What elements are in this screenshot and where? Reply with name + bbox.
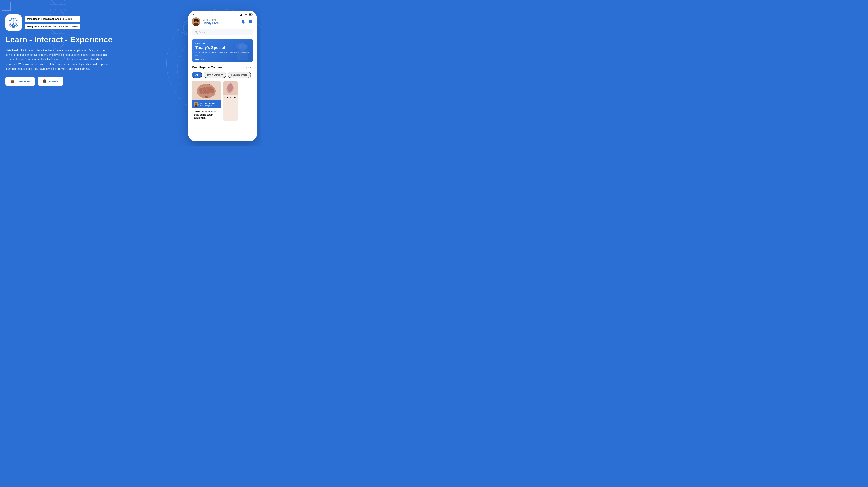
greeting-text: Good Morning (203, 19, 219, 21)
header-action-icons (241, 19, 253, 24)
status-time: 9:41 (192, 13, 197, 16)
course-author-name-1: Dr. Alicia Souza (200, 103, 215, 105)
course-author-avatar-1 (193, 102, 199, 107)
svg-rect-44 (205, 96, 208, 98)
no-ads-button[interactable]: 📵 No-Ads (38, 77, 63, 86)
svg-point-11 (64, 9, 66, 11)
svg-rect-21 (243, 13, 243, 16)
no-video-icon: 📵 (43, 79, 47, 83)
svg-point-46 (195, 103, 197, 105)
svg-point-32 (197, 20, 199, 23)
filter-icon[interactable] (247, 31, 250, 34)
course-card-1[interactable]: Dr. Alicia Souza Heart Surgeon Lorem ips… (192, 81, 221, 121)
svg-rect-25 (252, 14, 252, 15)
svg-rect-20 (242, 14, 242, 16)
course-description-2: Lor em ips (223, 95, 238, 100)
course-image-1 (192, 81, 221, 101)
phone-content: Good Morning Handy Ercel (188, 18, 257, 140)
app-icon (5, 15, 22, 31)
signal-icon (240, 13, 244, 16)
courses-section-header: Most Popular Courses See All (192, 66, 253, 69)
svg-rect-42 (237, 50, 248, 60)
left-section: Meta Health Flicks Mobile App UI Design … (5, 15, 121, 86)
notification-icon[interactable] (241, 19, 246, 24)
svg-rect-18 (240, 15, 241, 16)
svg-point-40 (236, 43, 242, 49)
search-icon (195, 31, 197, 34)
course-author-role-1: Heart Surgeon (200, 105, 215, 107)
filter-tab-brain-surgery[interactable]: Brain Surgery (204, 72, 226, 78)
free-button[interactable]: 💼 100% Free (5, 77, 35, 86)
carousel-dot-4[interactable] (203, 59, 204, 60)
filter-tab-fundamentals[interactable]: Fundamentals (228, 72, 251, 78)
chevron-down-icon (251, 67, 253, 68)
status-bar: 9:41 (188, 11, 257, 18)
wallet-icon: 💼 (10, 79, 14, 83)
bg-square-decoration (2, 2, 11, 11)
cta-buttons: 💼 100% Free 📵 No-Ads (5, 77, 121, 86)
search-left: Search (195, 31, 207, 34)
app-badge: Meta Health Flicks Mobile App UI Design … (5, 15, 121, 31)
badge-labels: Meta Health Flicks Mobile App UI Design … (25, 16, 80, 29)
section-title: Most Popular Courses (192, 66, 222, 69)
battery-icon (249, 13, 252, 16)
svg-point-10 (50, 9, 51, 11)
user-name: Handy Ercel (203, 22, 219, 25)
see-all-button[interactable]: See All (244, 66, 253, 69)
description-text: Meta Health Flicks is an interactive hea… (5, 48, 114, 71)
svg-point-22 (246, 15, 246, 16)
status-icons (240, 13, 252, 16)
carousel-dot-1[interactable] (195, 59, 199, 60)
carousel-dot-2[interactable] (199, 59, 200, 60)
banner-decoration (231, 39, 253, 62)
svg-point-8 (50, 4, 51, 5)
courses-row: Dr. Alicia Souza Heart Surgeon Lorem ips… (192, 81, 253, 121)
designer-tag: Designer Azam Pasha Syed - Atheorem Stud… (25, 24, 80, 29)
course-image-2-partial (223, 81, 238, 95)
no-ads-label: No-Ads (49, 80, 58, 83)
svg-point-33 (243, 23, 244, 24)
search-placeholder-text: Search (199, 31, 207, 34)
user-info: Good Morning Handy Ercel (192, 18, 219, 26)
svg-point-9 (64, 4, 66, 5)
free-label: 100% Free (16, 80, 30, 83)
course-author-info-1: Dr. Alicia Souza Heart Surgeon (200, 103, 215, 107)
svg-point-29 (193, 23, 199, 26)
search-bar[interactable]: Search (192, 29, 253, 35)
user-greeting-block: Good Morning Handy Ercel (203, 19, 219, 25)
course-description-1: Lorem ipsum dolor sit amet, conse ctetur… (192, 109, 221, 121)
svg-rect-19 (241, 14, 242, 16)
carousel-dot-3[interactable] (202, 59, 202, 60)
avatar (192, 18, 200, 26)
bookmark-icon[interactable] (248, 19, 253, 24)
main-headline: Learn - Interact - Experience (5, 35, 121, 45)
phone-mockup: 9:41 (188, 11, 257, 141)
phone-header: Good Morning Handy Ercel (192, 18, 253, 26)
svg-point-31 (193, 20, 195, 23)
wifi-icon (245, 13, 247, 16)
svg-line-35 (197, 33, 197, 33)
svg-rect-24 (249, 14, 251, 15)
see-all-text: See All (244, 66, 251, 69)
course-card-2-partial[interactable]: Lor em ips (223, 81, 238, 121)
filter-tabs: All Brain Surgery Fundamentals (192, 72, 253, 78)
filter-tab-all[interactable]: All (192, 72, 202, 78)
promo-banner: 40 % OFF Today's Special Excepteur sint … (192, 39, 253, 62)
svg-point-41 (244, 45, 248, 49)
course-footer-1: Dr. Alicia Souza Heart Surgeon (192, 101, 221, 109)
app-name-tag: Meta Health Flicks Mobile App UI Design (25, 16, 80, 22)
